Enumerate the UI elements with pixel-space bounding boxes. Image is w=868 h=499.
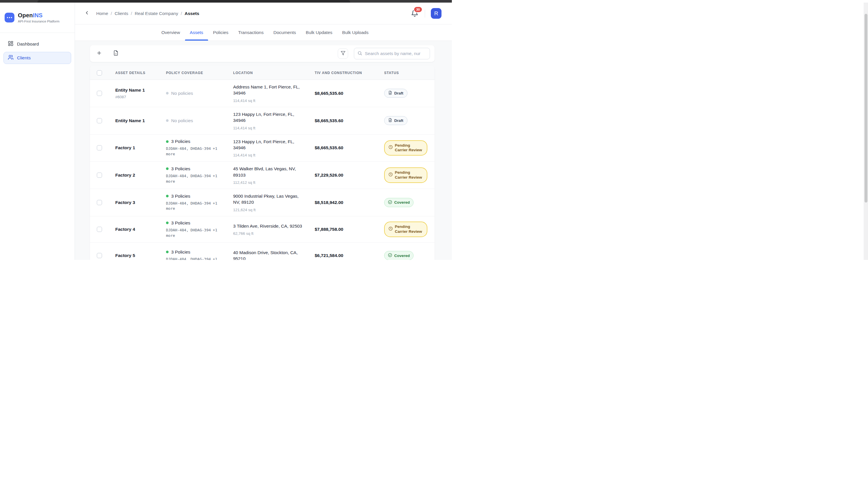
table-row[interactable]: Factory 3 3 Policies DJDAH-484, DHDAG-39… <box>90 189 435 216</box>
row-checkbox[interactable] <box>97 91 102 96</box>
export-report-button[interactable] <box>111 49 120 58</box>
select-all-checkbox[interactable] <box>97 70 102 75</box>
tab-bar: OverviewAssetsPoliciesTransactionsDocume… <box>75 24 452 41</box>
policy-codes: DJDAH-484, DHDAG-394 +1 more <box>166 146 233 157</box>
header-divider <box>425 10 425 17</box>
back-button[interactable] <box>83 10 91 17</box>
policy-count: 3 Policies <box>171 220 190 226</box>
asset-sqft: 114,414 sq ft <box>233 99 315 103</box>
policy-coverage-cell: 3 Policies DJDAH-484, DHDAG-394 +1 <box>166 250 233 260</box>
asset-address: 40 Madison Drive, Stockton, CA, 95210 <box>233 250 315 260</box>
policy-count: 3 Policies <box>171 139 190 144</box>
policy-codes: DJDAH-484, DHDAG-394 +1 more <box>166 228 233 239</box>
row-checkbox[interactable] <box>97 173 102 178</box>
asset-address: 45 Walker Blvd, Las Vegas, NV, 89103 <box>233 166 315 178</box>
search-input[interactable] <box>365 51 426 56</box>
dashboard-icon <box>8 41 14 48</box>
status-badge: Pending Carrier Review <box>384 140 427 156</box>
sidebar-item-label: Clients <box>17 55 31 61</box>
location-cell: 123 Happy Ln, Fort Pierce, FL, 34946 114… <box>233 111 315 130</box>
row-checkbox[interactable] <box>97 118 102 123</box>
brand-name-accent: INS <box>33 12 43 19</box>
sidebar-nav: Dashboard Clients <box>0 33 75 69</box>
tab-assets[interactable]: Assets <box>185 24 208 41</box>
tiv-value: $8,665,535.60 <box>315 91 384 96</box>
asset-name: Factory 4 <box>115 227 166 232</box>
column-header-tiv: TIV AND CONSTRUCTION <box>315 71 384 75</box>
table-row[interactable]: Factory 4 3 Policies DJDAH-484, DHDAG-39… <box>90 216 435 243</box>
tab-transactions[interactable]: Transactions <box>233 24 268 41</box>
table-row[interactable]: Factory 5 3 Policies DJDAH-484, DHDAG-39… <box>90 243 435 260</box>
asset-name: Factory 1 <box>115 145 166 150</box>
table-row[interactable]: Entity Name 1 #6087 No policies Address … <box>90 80 435 107</box>
tab-policies[interactable]: Policies <box>208 24 233 41</box>
row-checkbox[interactable] <box>97 200 102 205</box>
asset-name: Entity Name 1 <box>115 118 166 123</box>
brand-tagline: API-First Insurance Platform <box>18 20 59 23</box>
search-icon <box>357 51 362 57</box>
tab-bulk-uploads[interactable]: Bulk Uploads <box>337 24 373 41</box>
status-badge: Draft <box>384 116 408 125</box>
tab-overview[interactable]: Overview <box>156 24 185 41</box>
breadcrumb-home[interactable]: Home <box>96 11 108 16</box>
breadcrumb-client-name[interactable]: Real Estate Company <box>135 11 178 16</box>
notification-count-badge: 30 <box>413 6 422 13</box>
search-box <box>354 48 430 59</box>
tiv-value: $8,665,535.60 <box>315 145 384 150</box>
policy-count: 3 Policies <box>171 166 190 171</box>
policy-coverage-cell: No policies <box>166 91 233 96</box>
sidebar-brand: OpenINS API-First Insurance Platform <box>0 3 75 33</box>
status-label: Covered <box>394 254 410 258</box>
row-checkbox[interactable] <box>97 253 102 258</box>
no-policies-label: No policies <box>171 118 193 123</box>
policy-coverage-cell: No policies <box>166 118 233 123</box>
browser-tab[interactable] <box>37 0 350 3</box>
asset-sqft: 114,414 sq ft <box>233 153 315 157</box>
filter-button[interactable] <box>338 48 348 59</box>
table-row[interactable]: Entity Name 1 No policies 123 Happy Ln, … <box>90 107 435 135</box>
table-header-row: ASSET DETAILS POLICY COVERAGE LOCATION T… <box>90 66 435 80</box>
status-label: Draft <box>394 91 403 95</box>
bell-icon <box>411 13 419 18</box>
asset-address: 123 Happy Ln, Fort Pierce, FL, 34946 <box>233 111 315 124</box>
tiv-value: $7,229,526.00 <box>315 173 384 178</box>
status-cell: Pending Carrier Review <box>384 221 435 237</box>
status-label: Pending Carrier Review <box>395 224 423 234</box>
policy-dot-icon <box>166 251 169 253</box>
location-cell: Address Name 1, Fort Pierce, FL, 34946 1… <box>233 84 315 103</box>
row-checkbox[interactable] <box>97 145 102 150</box>
policy-dot-icon <box>166 221 169 224</box>
tiv-value: $8,665,535.60 <box>315 118 384 123</box>
no-policies-label: No policies <box>171 91 193 96</box>
policy-dot-icon <box>166 140 169 143</box>
status-badge: Pending Carrier Review <box>384 221 427 237</box>
breadcrumb-clients[interactable]: Clients <box>115 11 128 16</box>
tab-documents[interactable]: Documents <box>268 24 301 41</box>
column-header-policy-coverage: POLICY COVERAGE <box>166 71 233 75</box>
sidebar-item-dashboard[interactable]: Dashboard <box>3 38 71 50</box>
table-row[interactable]: Factory 2 3 Policies DJDAH-484, DHDAG-39… <box>90 162 435 189</box>
sidebar-item-clients[interactable]: Clients <box>3 52 71 64</box>
status-cell: Draft <box>384 89 435 98</box>
asset-name: Factory 5 <box>115 253 166 258</box>
status-badge: Draft <box>384 89 408 98</box>
tab-bulk-updates[interactable]: Bulk Updates <box>301 24 337 41</box>
clock-icon <box>388 172 393 178</box>
asset-sqft: 62,766 sq ft <box>233 231 315 236</box>
row-checkbox[interactable] <box>97 227 102 232</box>
policy-codes: DJDAH-484, DHDAG-394 +1 more <box>166 173 233 184</box>
asset-name: Factory 2 <box>115 173 166 178</box>
notifications-button[interactable]: 30 <box>411 10 419 17</box>
chevron-left-icon <box>84 10 89 17</box>
table-row[interactable]: Factory 1 3 Policies DJDAH-484, DHDAG-39… <box>90 135 435 162</box>
avatar[interactable]: R <box>431 8 442 19</box>
asset-details-cell: Factory 3 <box>115 200 166 205</box>
policy-count: 3 Policies <box>171 250 190 255</box>
status-badge: Pending Carrier Review <box>384 167 427 183</box>
location-cell: 3 Tilden Ave, Riverside, CA, 92503 62,76… <box>233 223 315 236</box>
column-header-asset-details: ASSET DETAILS <box>115 71 166 75</box>
asset-details-cell: Factory 1 <box>115 145 166 150</box>
asset-name: Factory 3 <box>115 200 166 205</box>
add-asset-button[interactable] <box>95 49 104 58</box>
policy-codes: DJDAH-484, DHDAG-394 +1 <box>166 257 233 260</box>
